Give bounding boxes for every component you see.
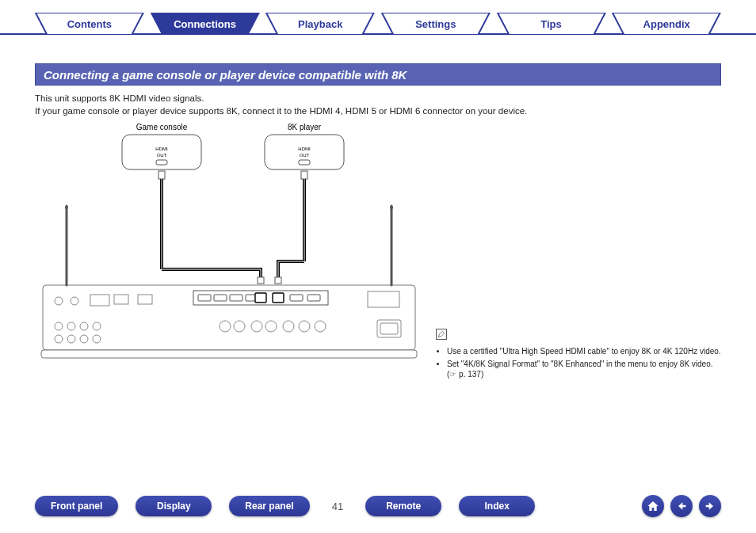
tab-label: Playback: [298, 18, 342, 30]
tab-appendix[interactable]: Appendix: [609, 13, 724, 35]
home-button[interactable]: [642, 495, 664, 517]
svg-rect-22: [255, 293, 266, 303]
pill-index[interactable]: Index: [459, 496, 535, 516]
svg-rect-3: [156, 160, 167, 165]
svg-point-16: [390, 206, 393, 209]
svg-rect-19: [214, 295, 227, 301]
arrow-right-icon: [704, 500, 716, 512]
device-label-left: Game console: [136, 123, 188, 131]
tab-label: Tips: [540, 18, 562, 30]
svg-text:HDMI: HDMI: [298, 147, 311, 151]
svg-text:OUT: OUT: [300, 153, 310, 158]
tab-connections[interactable]: Connections: [147, 13, 263, 35]
pill-remote[interactable]: Remote: [365, 496, 441, 516]
svg-text:HDMI: HDMI: [155, 147, 168, 151]
body-text: This unit supports 8K HDMI video signals…: [35, 92, 721, 117]
next-button[interactable]: [699, 495, 721, 517]
pill-front-panel[interactable]: Front panel: [35, 496, 118, 516]
pill-label: Remote: [386, 501, 421, 512]
note-block: Use a certified "Ultra High Speed HDMI c…: [436, 329, 721, 382]
note-item: Set "4K/8K Signal Format" to "8K Enhance…: [447, 359, 721, 380]
note-item: Use a certified "Ultra High Speed HDMI c…: [447, 346, 721, 357]
body-line: This unit supports 8K HDMI video signals…: [35, 92, 721, 105]
svg-rect-24: [290, 295, 303, 301]
pill-display[interactable]: Display: [136, 496, 212, 516]
prev-button[interactable]: [670, 495, 693, 517]
svg-point-14: [65, 206, 68, 209]
svg-rect-7: [299, 160, 310, 165]
pill-label: Front panel: [51, 501, 102, 512]
tab-label: Contents: [67, 18, 112, 30]
tab-settings[interactable]: Settings: [378, 13, 494, 35]
body-line: If your game console or player device su…: [35, 105, 721, 117]
arrow-left-icon: [675, 500, 688, 512]
tab-contents[interactable]: Contents: [32, 13, 147, 35]
svg-rect-23: [273, 293, 284, 303]
svg-rect-12: [41, 350, 417, 358]
tab-label: Appendix: [643, 18, 690, 30]
svg-rect-9: [301, 171, 307, 179]
svg-rect-10: [258, 277, 264, 284]
device-label-right: 8K player: [288, 123, 322, 131]
svg-text:OUT: OUT: [157, 153, 167, 158]
connection-diagram: Game console HDMI OUT 8K player HDMI OUT: [35, 119, 423, 364]
svg-rect-11: [275, 277, 281, 284]
pencil-icon: [436, 329, 447, 340]
tab-label: Settings: [415, 18, 456, 30]
pill-label: Index: [485, 501, 510, 512]
top-tabs: Contents Connections Playback Settings T…: [0, 13, 756, 35]
pill-label: Rear panel: [245, 501, 293, 512]
svg-rect-18: [198, 295, 211, 301]
section-title: Connecting a game console or player devi…: [44, 68, 407, 82]
svg-rect-25: [307, 295, 320, 301]
section-title-bar: Connecting a game console or player devi…: [35, 63, 721, 86]
pill-rear-panel[interactable]: Rear panel: [229, 496, 309, 516]
tab-label: Connections: [174, 18, 236, 30]
home-icon: [647, 500, 659, 512]
pill-label: Display: [157, 501, 191, 512]
svg-rect-8: [158, 171, 165, 179]
tab-tips[interactable]: Tips: [494, 13, 609, 35]
tab-playback[interactable]: Playback: [262, 13, 378, 35]
bottom-nav: Front panel Display Rear panel 41 Remote…: [0, 495, 756, 517]
page-number: 41: [332, 501, 343, 512]
svg-rect-20: [230, 295, 242, 301]
